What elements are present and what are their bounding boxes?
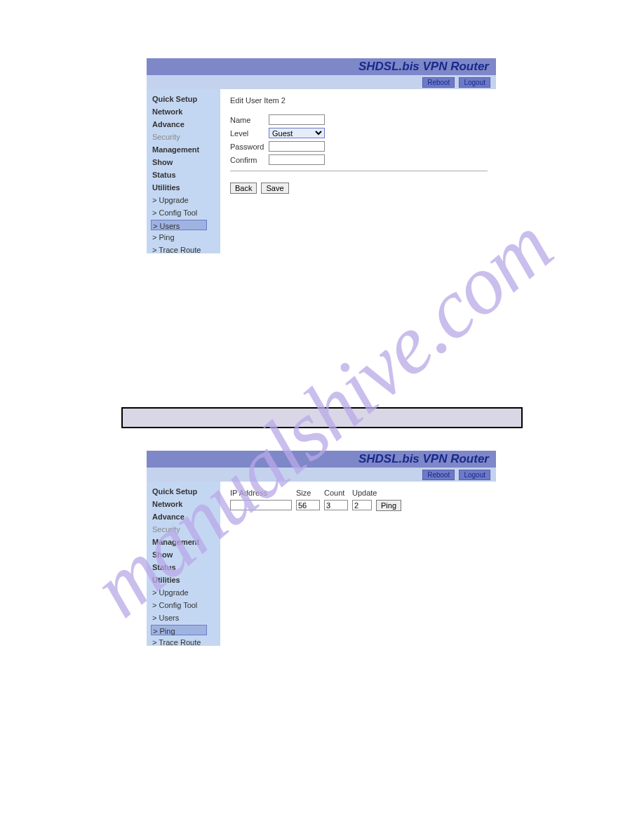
back-button[interactable]: Back <box>230 183 257 194</box>
top-toolbar: Reboot Logout <box>147 75 496 89</box>
sidebar: Quick SetupNetworkAdvanceSecurityManagem… <box>147 482 220 646</box>
sidebar-item[interactable]: Quick Setup <box>151 486 220 497</box>
reboot-button[interactable]: Reboot <box>422 470 455 480</box>
sidebar-item[interactable]: Utilities <box>151 182 220 193</box>
sidebar-item[interactable]: > Users <box>151 612 220 623</box>
label-name: Name <box>230 116 269 124</box>
label-level: Level <box>230 129 269 138</box>
banner-title: SHDSL.bis VPN Router <box>147 58 496 75</box>
sidebar-item[interactable]: Status <box>151 169 220 180</box>
router-admin-panel-users: SHDSL.bis VPN Router Reboot Logout Quick… <box>147 58 496 253</box>
name-input[interactable] <box>269 114 325 125</box>
sidebar-item[interactable]: > Users <box>151 220 207 230</box>
col-size: Size <box>296 489 320 497</box>
sidebar-item[interactable]: > Config Tool <box>151 207 220 218</box>
sidebar-item[interactable]: > Upgrade <box>151 194 220 206</box>
level-select[interactable]: Guest <box>269 128 325 138</box>
content-area: Edit User Item 2 Name Level Guest Passwo… <box>220 89 496 253</box>
sidebar-item[interactable]: > Config Tool <box>151 600 220 611</box>
banner-title: SHDSL.bis VPN Router <box>147 451 496 468</box>
ip-input[interactable] <box>230 500 292 510</box>
sidebar-item[interactable]: > Upgrade <box>151 587 220 598</box>
sidebar-item[interactable]: Quick Setup <box>151 93 220 105</box>
sidebar-item[interactable]: Show <box>151 157 220 168</box>
save-button[interactable]: Save <box>261 183 288 194</box>
col-update: Update <box>352 489 383 497</box>
section-divider <box>121 407 523 428</box>
count-input[interactable] <box>324 500 348 510</box>
sidebar-item[interactable]: > Ping <box>151 232 220 243</box>
sidebar: Quick SetupNetworkAdvanceSecurityManagem… <box>147 89 220 253</box>
col-ip: IP Address <box>230 489 292 497</box>
sidebar-item[interactable]: Security <box>151 524 220 535</box>
sidebar-item[interactable]: Advance <box>151 119 220 130</box>
sidebar-item[interactable]: Network <box>151 498 220 510</box>
sidebar-item[interactable]: Management <box>151 536 220 548</box>
ping-button[interactable]: Ping <box>376 500 401 511</box>
sidebar-item[interactable]: Security <box>151 131 220 143</box>
sidebar-item[interactable]: > Trace Route <box>151 244 220 256</box>
divider <box>230 171 488 171</box>
router-admin-panel-ping: SHDSL.bis VPN Router Reboot Logout Quick… <box>147 451 496 646</box>
col-count: Count <box>324 489 348 497</box>
confirm-input[interactable] <box>269 154 325 165</box>
sidebar-item[interactable]: Advance <box>151 511 220 522</box>
content-area: IP Address Size Count Update Ping <box>220 482 496 646</box>
sidebar-item[interactable]: Utilities <box>151 574 220 585</box>
label-password: Password <box>230 143 269 151</box>
sidebar-item[interactable]: > Trace Route <box>151 637 220 648</box>
sidebar-item[interactable]: Status <box>151 562 220 573</box>
label-confirm: Confirm <box>230 156 269 164</box>
sidebar-item[interactable]: > Ping <box>151 625 207 635</box>
sidebar-item[interactable]: Show <box>151 549 220 560</box>
logout-button[interactable]: Logout <box>459 470 490 480</box>
top-toolbar: Reboot Logout <box>147 468 496 482</box>
password-input[interactable] <box>269 141 325 152</box>
sidebar-item[interactable]: Network <box>151 106 220 117</box>
size-input[interactable] <box>296 500 320 510</box>
sidebar-item[interactable]: Management <box>151 144 220 155</box>
page-heading: Edit User Item 2 <box>230 96 488 105</box>
reboot-button[interactable]: Reboot <box>422 77 455 88</box>
update-input[interactable] <box>352 500 372 510</box>
logout-button[interactable]: Logout <box>459 77 490 88</box>
